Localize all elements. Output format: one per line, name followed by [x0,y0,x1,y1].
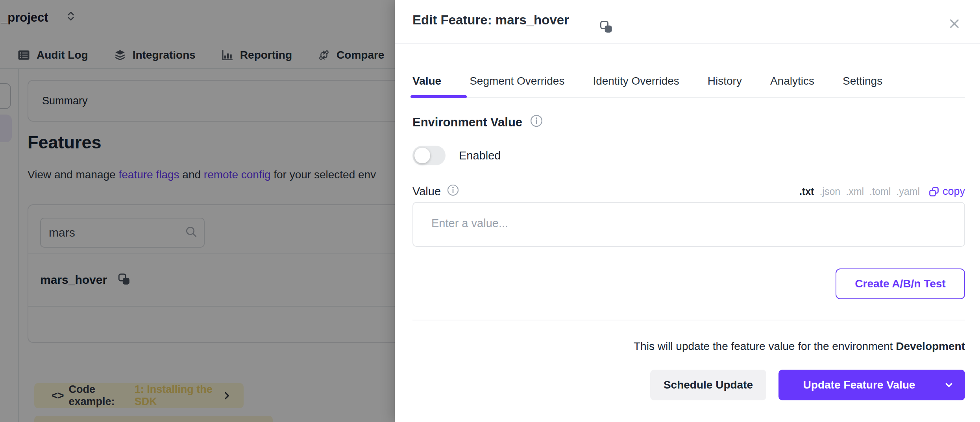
value-label-text: Value [412,185,441,198]
copy-title-icon[interactable] [599,20,613,35]
update-feature-value-button[interactable]: Update Feature Value [778,370,965,400]
modal-header-divider [395,43,980,44]
toggle-knob [414,148,430,163]
update-note-text: This will update the feature value for t… [634,340,896,352]
tab-identity-overrides[interactable]: Identity Overrides [593,75,679,87]
environment-value-label: Environment Value [412,115,522,130]
tab-history[interactable]: History [708,75,742,87]
enabled-toggle[interactable] [412,146,446,165]
footer-divider [412,320,965,320]
modal-backdrop[interactable] [0,0,395,422]
copy-value-link[interactable]: copy [928,185,965,198]
format-switcher: .txt .json .xml .toml .yaml copy [799,185,965,198]
info-icon[interactable] [530,115,543,130]
toggle-label: Enabled [459,149,501,162]
environment-value-heading: Environment Value [412,115,543,130]
tabs-underline [412,97,965,98]
copy-label: copy [943,185,965,198]
value-input[interactable] [412,202,965,247]
modal-actions: Schedule Update Update Feature Value [650,370,965,400]
edit-feature-modal: Edit Feature: mars_hover Value Segment O… [395,0,980,422]
value-label-row: Value .txt .json .xml .toml .yaml copy [412,184,965,199]
close-icon[interactable] [944,13,965,34]
chevron-down-icon[interactable] [944,380,954,393]
update-note: This will update the feature value for t… [634,340,965,353]
active-tab-indicator [410,95,467,98]
tab-value[interactable]: Value [412,75,441,87]
modal-tabs: Value Segment Overrides Identity Overrid… [412,75,882,87]
create-abn-test-button[interactable]: Create A/B/n Test [836,268,965,299]
format-xml[interactable]: .xml [846,186,864,197]
screen: _project Audit Log Integrations [0,0,980,422]
value-label: Value [412,184,459,199]
format-yaml[interactable]: .yaml [896,186,920,197]
format-toml[interactable]: .toml [869,186,891,197]
format-txt[interactable]: .txt [799,186,814,197]
tab-segment-overrides[interactable]: Segment Overrides [470,75,564,87]
format-json[interactable]: .json [819,186,840,197]
update-button-label: Update Feature Value [803,379,915,391]
schedule-update-button[interactable]: Schedule Update [650,370,766,400]
modal-title: Edit Feature: mars_hover [412,13,569,28]
tab-analytics[interactable]: Analytics [770,75,814,87]
environment-name: Development [896,340,965,352]
tab-settings[interactable]: Settings [843,75,882,87]
info-icon[interactable] [447,184,459,199]
enabled-toggle-row: Enabled [412,146,501,165]
